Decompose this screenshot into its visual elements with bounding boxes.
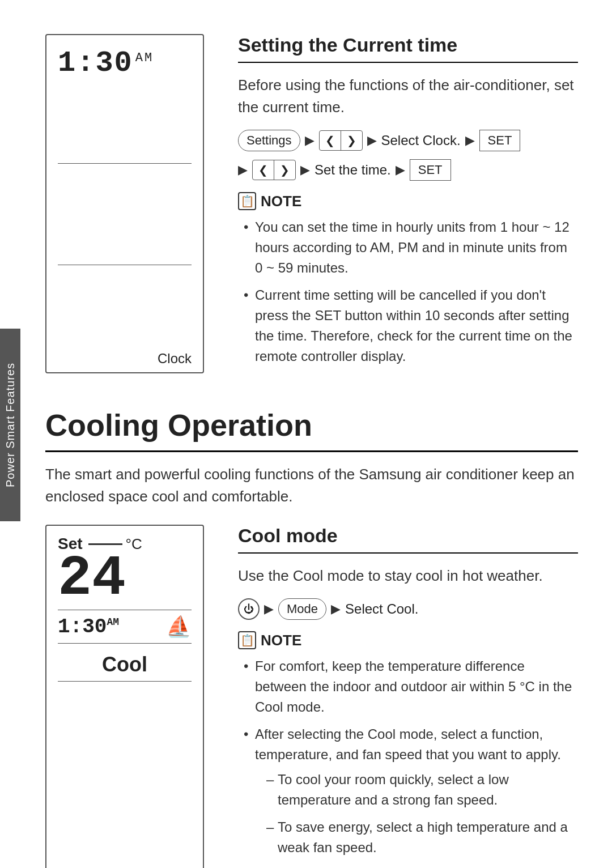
cooling-bottom: Set °C 24 1:30AM ⛵ Cool Cool mode	[45, 525, 578, 868]
clock-step1-row: Settings ▶ ❮ ❯ ▶ Select Clock. ▶ SET	[238, 130, 578, 151]
clock-am-pm: AM	[135, 51, 154, 65]
cool-note-item-2: After selecting the Cool mode, select a …	[244, 724, 578, 868]
clock-time-value: 1:30	[58, 46, 133, 80]
clock-note-header: 📋 NOTE	[238, 192, 578, 210]
degree-unit: °C	[126, 535, 142, 553]
cool-time-value: 1:30	[58, 615, 107, 639]
clock-remote-display: 1:30 AM Clock	[45, 34, 204, 373]
clock-time-display: 1:30 AM	[58, 46, 192, 80]
clock-time-digits: 1:30	[58, 46, 133, 80]
cool-mode-description: Use the Cool mode to stay cool in hot we…	[238, 565, 578, 587]
cool-mode-step-row: ⏻ ▶ Mode ▶ Select Cool.	[238, 598, 578, 620]
cool-note-sub-item-2: To save energy, select a high temperatur…	[266, 817, 578, 858]
cool-note-list: For comfort, keep the temperature differ…	[238, 656, 578, 868]
clock-right-content: Setting the Current time Before using th…	[238, 34, 578, 373]
set-time-text: Set the time.	[314, 162, 391, 178]
cool-arrow-1: ▶	[264, 602, 274, 616]
clock-section-title: Setting the Current time	[238, 34, 578, 63]
side-tab-label: Power Smart Features	[4, 363, 17, 487]
note-icon: 📋	[238, 192, 256, 210]
left-right-arrows-1[interactable]: ❮ ❯	[319, 130, 363, 151]
cool-mode-right: Cool mode Use the Cool mode to stay cool…	[238, 525, 578, 868]
cool-note-icon: 📋	[238, 631, 256, 649]
cool-am-pm: AM	[107, 616, 119, 628]
clock-label: Clock	[58, 348, 192, 367]
clock-note-item-1: You can set the time in hourly units fro…	[244, 217, 578, 278]
clock-note-title: NOTE	[261, 193, 301, 210]
fan-icon: ⛵	[166, 615, 192, 639]
right-arrow-2[interactable]: ❯	[274, 160, 295, 180]
cool-note-item-1: For comfort, keep the temperature differ…	[244, 656, 578, 717]
cool-mode-label: Cool	[58, 653, 192, 676]
left-right-arrows-2[interactable]: ❮ ❯	[252, 160, 296, 180]
clock-description: Before using the functions of the air-co…	[238, 74, 578, 118]
mode-button[interactable]: Mode	[278, 598, 326, 620]
cool-arrow-2: ▶	[331, 602, 341, 616]
cooling-title: Cooling Operation	[45, 407, 578, 452]
cool-time-display: 1:30AM	[58, 615, 119, 639]
arrow-icon-4: ▶	[238, 163, 248, 177]
select-cool-text: Select Cool.	[345, 601, 418, 617]
clock-step2-row: ▶ ❮ ❯ ▶ Set the time. ▶ SET	[238, 159, 578, 181]
cool-note-sub-item-3: As the indoor temperature approaches the…	[266, 865, 578, 868]
cool-temperature: 24	[58, 551, 192, 607]
cool-mode-title: Cool mode	[238, 525, 578, 554]
temp-bar-decoration	[88, 543, 122, 545]
cool-time-row: 1:30AM ⛵	[58, 615, 192, 639]
arrow-icon-3: ▶	[465, 133, 475, 148]
clock-note-item-2: Current time setting will be cancelled i…	[244, 285, 578, 367]
arrow-icon-1: ▶	[305, 133, 314, 148]
cool-note: 📋 NOTE For comfort, keep the temperature…	[238, 631, 578, 868]
cool-note-sub-list: To cool your room quickly, select a low …	[255, 769, 578, 868]
clock-section: 1:30 AM Clock Setting the Current time B…	[45, 34, 578, 373]
arrow-icon-6: ▶	[396, 163, 405, 177]
arrow-icon-2: ▶	[367, 133, 377, 148]
cool-note-title: NOTE	[261, 632, 301, 649]
side-tab: Power Smart Features	[0, 329, 20, 521]
cooling-description: The smart and powerful cooling functions…	[45, 463, 578, 508]
right-arrow-1[interactable]: ❯	[341, 131, 362, 150]
settings-button[interactable]: Settings	[238, 130, 300, 151]
cool-remote-display: Set °C 24 1:30AM ⛵ Cool	[45, 525, 204, 868]
cool-note-sub-item-1: To cool your room quickly, select a low …	[266, 769, 578, 810]
clock-note: 📋 NOTE You can set the time in hourly un…	[238, 192, 578, 367]
set-button-1[interactable]: SET	[479, 130, 521, 151]
power-button[interactable]: ⏻	[238, 598, 260, 620]
left-arrow-1[interactable]: ❮	[320, 131, 341, 150]
set-button-2[interactable]: SET	[410, 159, 451, 181]
arrow-icon-5: ▶	[300, 163, 310, 177]
select-clock-text: Select Clock.	[381, 133, 461, 148]
left-arrow-2[interactable]: ❮	[253, 160, 274, 180]
cool-note-header: 📋 NOTE	[238, 631, 578, 649]
clock-note-list: You can set the time in hourly units fro…	[238, 217, 578, 367]
cooling-section: Cooling Operation The smart and powerful…	[45, 407, 578, 868]
